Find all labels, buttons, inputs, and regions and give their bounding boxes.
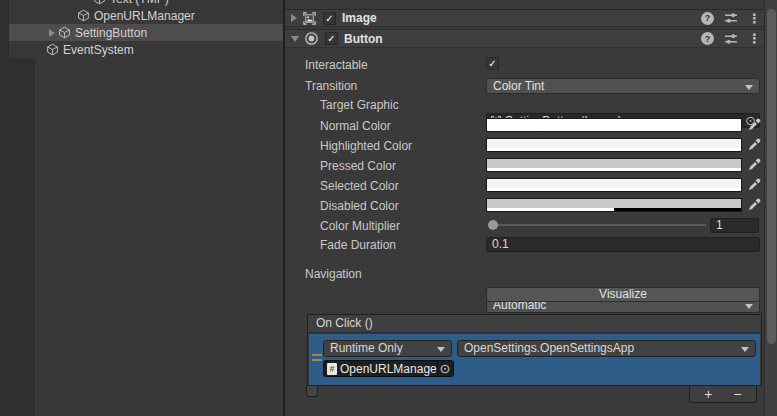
hierarchy-item-label: SettingButton xyxy=(75,26,147,40)
transition-value: Color Tint xyxy=(493,79,544,93)
expand-arrow-icon[interactable] xyxy=(49,29,55,37)
component-title: Image xyxy=(342,11,377,25)
navigation-label: Navigation xyxy=(305,266,362,282)
event-function-dropdown[interactable]: OpenSettings.OpenSettingsApp xyxy=(457,340,756,357)
eyedropper-icon[interactable] xyxy=(747,138,761,152)
unity-editor-window: Text (TMP) OpenURLManager SettingButton … xyxy=(0,0,777,416)
gameobject-cube-icon xyxy=(93,0,106,5)
eyedropper-icon[interactable] xyxy=(747,118,761,132)
component-header-image[interactable]: ✓ Image ? ⋮ xyxy=(285,9,764,27)
on-click-entry-row[interactable]: Runtime Only OpenSettings.OpenSettingsAp… xyxy=(309,334,760,385)
eyedropper-icon[interactable] xyxy=(747,178,761,192)
inspector-scrollbar[interactable] xyxy=(764,0,777,416)
image-component-icon xyxy=(302,11,317,26)
hierarchy-item-settingbutton[interactable]: SettingButton xyxy=(9,24,283,41)
inspector-panel: ✓ Image ? ⋮ ✓ Button ? xyxy=(285,0,777,416)
script-asset-icon: # xyxy=(327,363,337,375)
transition-dropdown[interactable]: Color Tint xyxy=(486,78,760,94)
more-menu-icon[interactable]: ⋮ xyxy=(748,32,761,45)
event-mode-dropdown[interactable]: Runtime Only xyxy=(323,340,452,357)
gameobject-cube-icon xyxy=(58,26,71,39)
hierarchy-item-label: OpenURLManager xyxy=(94,9,195,23)
on-click-header: On Click () xyxy=(308,315,761,333)
target-graphic-label: Target Graphic xyxy=(320,97,399,113)
interactable-checkbox[interactable]: ✓ xyxy=(486,57,499,70)
on-click-list: On Click () Runtime Only OpenSettings.Op… xyxy=(307,314,762,386)
fade-duration-label: Fade Duration xyxy=(320,237,396,253)
normal-color-label: Normal Color xyxy=(320,118,391,134)
gameobject-cube-icon xyxy=(46,43,59,56)
eyedropper-icon[interactable] xyxy=(747,158,761,172)
panel-edge-strip xyxy=(0,58,35,416)
component-header-button[interactable]: ✓ Button ? ⋮ xyxy=(285,29,764,48)
color-multiplier-slider-track[interactable] xyxy=(488,224,706,226)
normal-color-swatch[interactable] xyxy=(486,118,742,132)
event-mode-value: Runtime Only xyxy=(330,341,403,355)
drag-handle-icon[interactable] xyxy=(312,354,322,364)
foldout-collapsed-icon[interactable] xyxy=(291,14,297,22)
hierarchy-item-label: Text (TMP) xyxy=(110,0,169,6)
fade-duration-field[interactable]: 0.1 xyxy=(486,237,760,252)
pressed-color-label: Pressed Color xyxy=(320,158,396,174)
event-target-value: OpenURLManage xyxy=(340,362,437,376)
chevron-down-icon xyxy=(741,347,749,352)
hierarchy-item-openurlmanager[interactable]: OpenURLManager xyxy=(0,7,283,24)
gameobject-cube-icon xyxy=(77,9,90,22)
presets-icon[interactable] xyxy=(724,32,738,46)
object-picker-icon[interactable]: ⊙ xyxy=(437,361,452,376)
eyedropper-icon[interactable] xyxy=(747,198,761,212)
more-menu-icon[interactable]: ⋮ xyxy=(748,12,761,25)
disabled-color-swatch[interactable] xyxy=(486,198,742,212)
help-icon[interactable]: ? xyxy=(701,32,714,45)
add-entry-button[interactable]: + xyxy=(697,387,719,401)
remove-entry-button[interactable]: − xyxy=(727,387,749,401)
hierarchy-item-eventsystem[interactable]: EventSystem xyxy=(0,41,283,58)
hierarchy-panel: Text (TMP) OpenURLManager SettingButton … xyxy=(0,0,283,416)
color-multiplier-field[interactable]: 1 xyxy=(710,218,759,233)
scrollbar-thumb[interactable] xyxy=(767,9,776,344)
color-multiplier-slider-handle[interactable] xyxy=(488,220,498,230)
presets-icon[interactable] xyxy=(724,11,738,25)
component-enabled-checkbox[interactable]: ✓ xyxy=(323,12,336,25)
foldout-expanded-icon[interactable] xyxy=(291,36,299,42)
list-footer: + − xyxy=(689,386,757,403)
chevron-down-icon xyxy=(745,304,753,309)
chevron-down-icon xyxy=(745,85,753,90)
selected-color-swatch[interactable] xyxy=(486,178,742,192)
button-component-icon xyxy=(304,31,319,46)
hierarchy-item-label: EventSystem xyxy=(63,43,134,57)
list-footer-nub xyxy=(306,386,318,397)
disabled-color-label: Disabled Color xyxy=(320,198,399,214)
selected-color-label: Selected Color xyxy=(320,178,399,194)
visualize-button[interactable]: Visualize xyxy=(486,287,760,302)
help-icon[interactable]: ? xyxy=(701,12,714,25)
highlighted-color-swatch[interactable] xyxy=(486,138,742,152)
component-enabled-checkbox[interactable]: ✓ xyxy=(325,32,338,45)
color-multiplier-label: Color Multiplier xyxy=(320,218,400,234)
event-target-field[interactable]: # OpenURLManage ⊙ xyxy=(323,360,454,377)
pressed-color-swatch[interactable] xyxy=(486,158,742,172)
panel-edge-strip xyxy=(0,0,9,58)
hierarchy-item-text-tmp[interactable]: Text (TMP) xyxy=(0,0,283,7)
transition-label: Transition xyxy=(305,78,357,94)
component-title: Button xyxy=(344,32,383,46)
chevron-down-icon xyxy=(437,347,445,352)
event-function-value: OpenSettings.OpenSettingsApp xyxy=(464,341,634,355)
interactable-label: Interactable xyxy=(305,57,368,73)
highlighted-color-label: Highlighted Color xyxy=(320,138,412,154)
